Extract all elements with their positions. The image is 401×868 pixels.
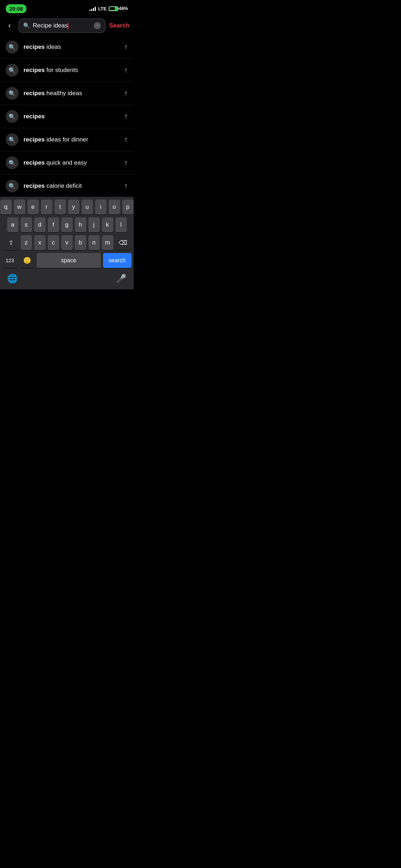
key-c[interactable]: c: [48, 235, 59, 250]
signal-bars: [89, 6, 96, 11]
clear-button[interactable]: ×: [94, 22, 101, 29]
space-key[interactable]: space: [37, 253, 101, 268]
suggestion-arrow-icon: ↗: [123, 113, 128, 120]
search-action-button[interactable]: Search: [109, 22, 129, 29]
key-v[interactable]: v: [61, 235, 73, 250]
suggestion-item[interactable]: 🔍recipes healthy ideas↗: [0, 82, 134, 105]
microphone-icon[interactable]: 🎤: [116, 274, 127, 284]
numbers-key[interactable]: 123: [2, 253, 17, 268]
suggestion-arrow-icon: ↗: [123, 136, 128, 143]
key-h[interactable]: h: [75, 217, 86, 232]
search-icon: 🔍: [23, 22, 30, 29]
key-o[interactable]: o: [109, 200, 120, 215]
keyboard-row-1: q w e r t y u i o p: [1, 200, 132, 215]
key-i[interactable]: i: [95, 200, 107, 215]
key-j[interactable]: j: [88, 217, 100, 232]
key-x[interactable]: x: [34, 235, 46, 250]
emoji-key[interactable]: 🙂: [20, 253, 35, 268]
key-t[interactable]: t: [55, 200, 66, 215]
key-z[interactable]: z: [21, 235, 32, 250]
suggestion-text: recipes ideas: [24, 43, 123, 51]
suggestion-item[interactable]: 🔍recipes ideas for dinner↗: [0, 128, 134, 151]
suggestion-text: recipes healthy ideas: [24, 90, 123, 97]
signal-bar-2: [91, 9, 92, 11]
key-a[interactable]: a: [7, 217, 19, 232]
battery-nub: [118, 8, 119, 10]
battery-percent: 66%: [119, 6, 128, 11]
suggestion-search-icon: 🔍: [6, 180, 19, 192]
keyboard-row-2: a s d f g h j k l: [1, 217, 132, 232]
suggestion-text: recipes ideas for dinner: [24, 136, 123, 143]
suggestion-search-icon: 🔍: [6, 110, 19, 123]
status-right: LTE 66%: [89, 6, 128, 11]
suggestion-search-icon: 🔍: [6, 133, 19, 146]
lte-label: LTE: [98, 6, 107, 11]
suggestion-arrow-icon: ↗: [123, 90, 128, 97]
battery-level: [109, 7, 115, 10]
key-d[interactable]: d: [34, 217, 46, 232]
suggestion-search-icon: 🔍: [6, 41, 19, 53]
suggestion-search-icon: 🔍: [6, 156, 19, 169]
suggestion-search-icon: 🔍: [6, 64, 19, 77]
key-p[interactable]: p: [122, 200, 134, 215]
suggestion-text: recipes quick and easy: [24, 159, 123, 166]
signal-bar-4: [95, 7, 96, 11]
status-time: 20:08: [6, 4, 26, 13]
suggestion-text: recipes calorie deficit: [24, 182, 123, 190]
suggestion-item[interactable]: 🔍recipes quick and easy↗: [0, 151, 134, 175]
keyboard-row-3: ⇧ z x c v b n m ⌫: [1, 235, 132, 250]
suggestion-text: recipes for students: [24, 67, 123, 74]
suggestion-arrow-icon: ↗: [123, 67, 128, 74]
key-m[interactable]: m: [102, 235, 113, 250]
keyboard-bottom: 🌐 🎤: [1, 271, 132, 288]
signal-bar-3: [93, 8, 94, 11]
keyboard-search-button[interactable]: search: [103, 253, 132, 268]
shift-key[interactable]: ⇧: [4, 235, 19, 250]
key-g[interactable]: g: [61, 217, 73, 232]
suggestion-item[interactable]: 🔍recipes ideas↗: [0, 36, 134, 59]
battery-body: [109, 6, 118, 11]
suggestion-item[interactable]: 🔍recipes↗: [0, 105, 134, 128]
key-k[interactable]: k: [102, 217, 113, 232]
search-input[interactable]: Recipe ideas: [33, 22, 91, 29]
key-y[interactable]: y: [68, 200, 79, 215]
text-cursor: [68, 23, 68, 29]
back-button[interactable]: ‹: [4, 21, 15, 30]
key-n[interactable]: n: [88, 235, 100, 250]
key-b[interactable]: b: [75, 235, 86, 250]
key-q[interactable]: q: [0, 200, 12, 215]
search-input-wrapper[interactable]: 🔍 Recipe ideas ×: [19, 19, 106, 33]
battery: 66%: [109, 6, 128, 11]
key-u[interactable]: u: [82, 200, 93, 215]
suggestion-item[interactable]: 🔍recipes calorie deficit↗: [0, 175, 134, 198]
suggestion-arrow-icon: ↗: [123, 160, 128, 166]
key-l[interactable]: l: [115, 217, 127, 232]
suggestion-arrow-icon: ↗: [123, 183, 128, 190]
search-bar-container: ‹ 🔍 Recipe ideas × Search: [0, 16, 134, 36]
signal-bar-1: [89, 10, 91, 11]
keyboard[interactable]: q w e r t y u i o p a s d f g h j k l ⇧ …: [0, 197, 134, 289]
key-e[interactable]: e: [27, 200, 39, 215]
suggestion-arrow-icon: ↗: [123, 44, 128, 51]
suggestion-text: recipes: [24, 113, 123, 120]
key-s[interactable]: s: [21, 217, 32, 232]
key-r[interactable]: r: [41, 200, 52, 215]
status-bar: 20:08 LTE 66%: [0, 0, 134, 16]
suggestion-item[interactable]: 🔍recipes for students↗: [0, 59, 134, 82]
suggestion-search-icon: 🔍: [6, 87, 19, 100]
key-w[interactable]: w: [14, 200, 25, 215]
keyboard-row-4: 123 🙂 space search: [1, 253, 132, 268]
key-f[interactable]: f: [48, 217, 59, 232]
backspace-key[interactable]: ⌫: [115, 235, 130, 250]
globe-icon[interactable]: 🌐: [7, 274, 18, 284]
